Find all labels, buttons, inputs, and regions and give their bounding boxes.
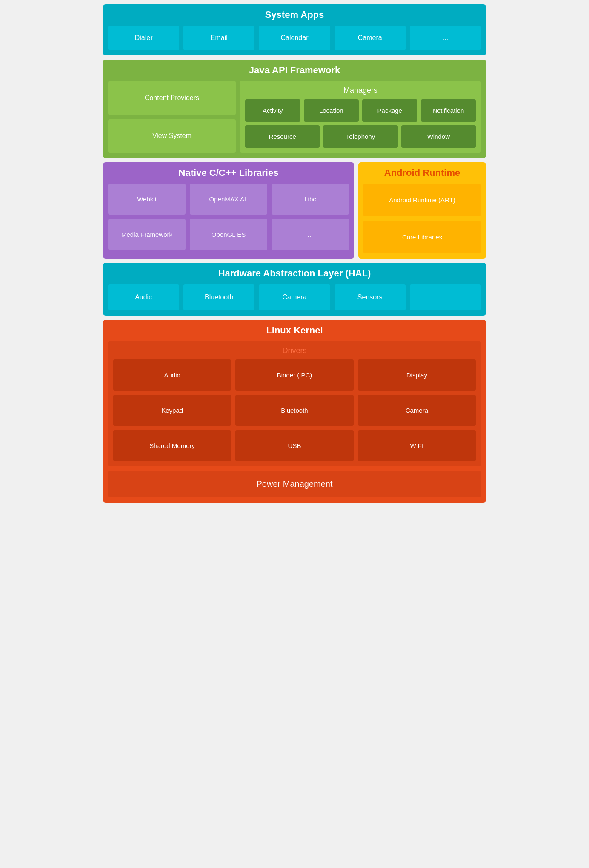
hal-section: Hardware Abstraction Layer (HAL) Audio B…	[103, 263, 486, 316]
system-apps-section: System Apps Dialer Email Calendar Camera…	[103, 4, 486, 55]
manager-telephony: Telephony	[323, 125, 397, 148]
driver-keypad: Keypad	[113, 395, 231, 426]
native-libs-section: Native C/C++ Libraries Webkit OpenMAX AL…	[103, 162, 354, 259]
java-api-section: Java API Framework Content Providers Vie…	[103, 60, 486, 158]
system-apps-row: Dialer Email Calendar Camera ...	[108, 26, 481, 50]
java-api-left: Content Providers View System	[108, 81, 236, 153]
manager-notification: Notification	[421, 99, 476, 122]
driver-binder: Binder (IPC)	[235, 359, 353, 391]
managers-container: Managers Activity Location Package Notif…	[240, 81, 481, 153]
hal-bluetooth: Bluetooth	[183, 284, 254, 310]
runtime-core-libs: Core Libraries	[363, 221, 481, 253]
driver-wifi: WIFI	[358, 430, 476, 461]
drivers-container: Drivers Audio Binder (IPC) Display Keypa…	[108, 341, 481, 466]
managers-row-2: Resource Telephony Window	[245, 125, 476, 148]
system-app-calendar: Calendar	[259, 26, 330, 50]
content-providers: Content Providers	[108, 81, 236, 115]
hal-row: Audio Bluetooth Camera Sensors ...	[108, 284, 481, 310]
driver-bluetooth: Bluetooth	[235, 395, 353, 426]
system-app-camera: Camera	[335, 26, 406, 50]
hal-audio: Audio	[108, 284, 179, 310]
manager-activity: Activity	[245, 99, 300, 122]
linux-kernel-title: Linux Kernel	[108, 325, 481, 336]
linux-kernel-section: Linux Kernel Drivers Audio Binder (IPC) …	[103, 320, 486, 503]
manager-package: Package	[362, 99, 417, 122]
hal-sensors: Sensors	[335, 284, 406, 310]
java-api-title: Java API Framework	[108, 65, 481, 76]
system-app-dialer: Dialer	[108, 26, 179, 50]
native-webkit: Webkit	[108, 184, 186, 215]
native-opengl: OpenGL ES	[190, 219, 267, 250]
system-app-more: ...	[410, 26, 481, 50]
manager-location: Location	[304, 99, 359, 122]
runtime-items: Android Runtime (ART) Core Libraries	[363, 184, 481, 253]
driver-shared-memory: Shared Memory	[113, 430, 231, 461]
native-media: Media Framework	[108, 219, 186, 250]
drivers-grid: Audio Binder (IPC) Display Keypad Blueto…	[113, 359, 476, 461]
manager-resource: Resource	[245, 125, 320, 148]
driver-camera: Camera	[358, 395, 476, 426]
android-architecture-diagram: System Apps Dialer Email Calendar Camera…	[103, 4, 486, 503]
native-libc: Libc	[272, 184, 349, 215]
hal-camera: Camera	[259, 284, 330, 310]
managers-row-1: Activity Location Package Notification	[245, 99, 476, 122]
driver-audio: Audio	[113, 359, 231, 391]
native-more: ...	[272, 219, 349, 250]
system-apps-title: System Apps	[108, 9, 481, 20]
view-system: View System	[108, 119, 236, 153]
native-openmax: OpenMAX AL	[190, 184, 267, 215]
driver-usb: USB	[235, 430, 353, 461]
power-management: Power Management	[108, 471, 481, 497]
hal-more: ...	[410, 284, 481, 310]
drivers-title: Drivers	[113, 346, 476, 355]
android-runtime-title: Android Runtime	[363, 167, 481, 178]
native-libs-grid: Webkit OpenMAX AL Libc Media Framework O…	[108, 184, 349, 250]
managers-grid: Activity Location Package Notification R…	[245, 99, 476, 148]
driver-display: Display	[358, 359, 476, 391]
managers-title: Managers	[245, 86, 476, 95]
hal-title: Hardware Abstraction Layer (HAL)	[108, 268, 481, 279]
android-runtime-section: Android Runtime Android Runtime (ART) Co…	[358, 162, 486, 259]
system-app-email: Email	[183, 26, 254, 50]
manager-window: Window	[401, 125, 476, 148]
runtime-art: Android Runtime (ART)	[363, 184, 481, 216]
java-api-inner: Content Providers View System Managers A…	[108, 81, 481, 153]
native-libs-title: Native C/C++ Libraries	[108, 167, 349, 178]
native-runtime-row: Native C/C++ Libraries Webkit OpenMAX AL…	[103, 162, 486, 259]
